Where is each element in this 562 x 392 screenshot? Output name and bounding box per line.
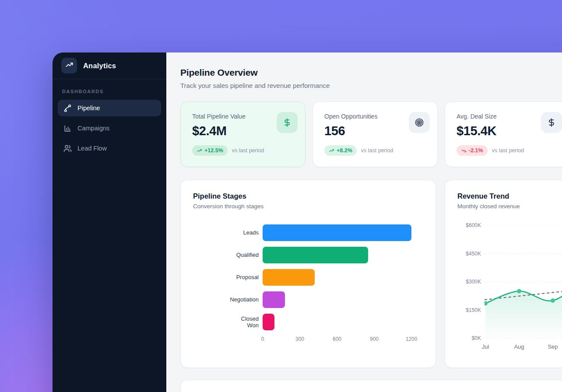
revenue-line-chart: $0K$150K$300K$450K$600K JulAugSep <box>457 222 562 353</box>
sidebar-item-label: Campaigns <box>77 125 109 132</box>
y-tick-label: $0K <box>457 335 481 341</box>
dollar-icon <box>541 112 562 133</box>
x-tick-label: 1200 <box>406 336 418 342</box>
target-icon <box>409 112 430 133</box>
funnel-bar-track <box>263 269 423 286</box>
funnel-x-axis: 03006009001200 <box>263 336 423 344</box>
funnel-stage-label: Leads <box>193 229 263 236</box>
page-subtitle: Track your sales pipeline and revenue pe… <box>180 82 562 89</box>
revenue-svg <box>485 225 562 340</box>
y-tick-label: $600K <box>457 222 481 228</box>
sidebar-item-campaigns[interactable]: Campaigns <box>58 120 161 136</box>
funnel-row-qualified: Qualified <box>193 247 423 263</box>
funnel-row-negotiation: Negotiation <box>193 291 423 308</box>
funnel-stage-label: Negotiation <box>193 296 263 303</box>
nav-section-label: DASHBOARDS <box>62 89 157 94</box>
compare-text: vs last period <box>361 147 393 154</box>
stat-card-avg-deal-size: Avg. Deal Size$15.4K-2.1%vs last period <box>445 102 562 167</box>
stat-card-total-pipeline-value: Total Pipeline Value$2.4M+12.5%vs last p… <box>180 102 306 167</box>
pipeline-stages-card: Pipeline Stages Conversion through stage… <box>180 180 436 368</box>
route-icon <box>63 104 72 112</box>
trending-down-icon <box>461 148 467 154</box>
stat-footer: -2.1%vs last period <box>457 145 558 156</box>
stat-card-open-opportunities: Open Opportunities156+8.2%vs last period <box>313 102 438 167</box>
funnel-bar <box>263 247 368 263</box>
delta-value: +8.2% <box>337 147 352 154</box>
sidebar-item-label: Lead Flow <box>77 145 107 152</box>
y-tick-label: $450K <box>457 251 481 257</box>
funnel-row-leads: Leads <box>193 224 423 241</box>
funnel-chart-title: Pipeline Stages <box>193 192 423 200</box>
revenue-trend-card: Revenue Trend Monthly closed revenue $0K… <box>445 180 562 368</box>
revenue-chart-title: Revenue Trend <box>457 192 562 200</box>
trending-up-icon <box>329 148 334 154</box>
funnel-stage-label: Qualified <box>193 252 263 258</box>
app-window: Analytics DASHBOARDS PipelineCampaignsLe… <box>53 52 562 392</box>
x-tick-label: 900 <box>370 336 379 342</box>
funnel-bar <box>263 291 285 308</box>
sidebar: Analytics DASHBOARDS PipelineCampaignsLe… <box>53 52 166 392</box>
x-tick-label: 300 <box>295 336 304 342</box>
x-tick-label: 0 <box>261 336 264 342</box>
delta-value: -2.1% <box>469 147 483 154</box>
x-month-label: Sep <box>548 343 558 350</box>
delta-badge: -2.1% <box>457 145 488 156</box>
funnel-bar <box>263 314 274 330</box>
funnel-bar-track <box>263 224 423 241</box>
users-icon <box>63 144 72 153</box>
y-tick-label: $300K <box>457 279 481 285</box>
funnel-chart-subtitle: Conversion through stages <box>193 203 423 210</box>
delta-value: +12.5% <box>204 147 223 154</box>
revenue-plot-area <box>485 225 562 342</box>
funnel-bar <box>263 269 315 286</box>
delta-badge: +12.5% <box>192 145 228 156</box>
analytics-logo <box>61 58 77 74</box>
funnel-stage-label: Closed Won <box>193 315 263 329</box>
funnel-bar-track <box>263 247 423 263</box>
compare-text: vs last period <box>232 147 264 154</box>
nav-items: PipelineCampaignsLead Flow <box>58 100 161 157</box>
brand-title: Analytics <box>83 62 116 70</box>
charts-row: Pipeline Stages Conversion through stage… <box>180 180 562 368</box>
trending-up-icon <box>65 61 74 71</box>
funnel-bar-track <box>263 314 423 330</box>
stat-cards-row: Total Pipeline Value$2.4M+12.5%vs last p… <box>180 102 562 167</box>
stat-footer: +8.2%vs last period <box>324 145 426 156</box>
sidebar-item-label: Pipeline <box>77 105 100 112</box>
funnel-bar-track <box>263 291 423 308</box>
main-content: Pipeline Overview Track your sales pipel… <box>166 52 562 392</box>
sidebar-item-pipeline[interactable]: Pipeline <box>58 100 161 116</box>
stat-footer: +12.5%vs last period <box>192 145 294 156</box>
bar-chart-icon <box>63 124 72 133</box>
sidebar-nav: DASHBOARDS PipelineCampaignsLead Flow <box>53 79 166 167</box>
sidebar-brand: Analytics <box>53 52 166 79</box>
y-tick-label: $150K <box>457 307 481 313</box>
partial-bottom-card <box>180 380 562 392</box>
x-month-label: Jul <box>482 343 489 350</box>
funnel-bar <box>263 224 411 241</box>
funnel-stage-label: Proposal <box>193 274 263 280</box>
dollar-icon <box>277 112 298 133</box>
x-tick-label: 600 <box>333 336 341 342</box>
sidebar-item-lead-flow[interactable]: Lead Flow <box>58 140 161 157</box>
funnel-bar-chart: LeadsQualifiedProposalNegotiationClosed … <box>193 224 423 344</box>
compare-text: vs last period <box>492 147 524 154</box>
revenue-chart-subtitle: Monthly closed revenue <box>457 203 562 210</box>
trending-up-icon <box>197 148 202 154</box>
funnel-row-closed-won: Closed Won <box>193 314 423 330</box>
page-title: Pipeline Overview <box>180 67 562 78</box>
funnel-row-proposal: Proposal <box>193 269 423 286</box>
delta-badge: +8.2% <box>324 145 357 156</box>
x-month-label: Aug <box>514 343 524 350</box>
